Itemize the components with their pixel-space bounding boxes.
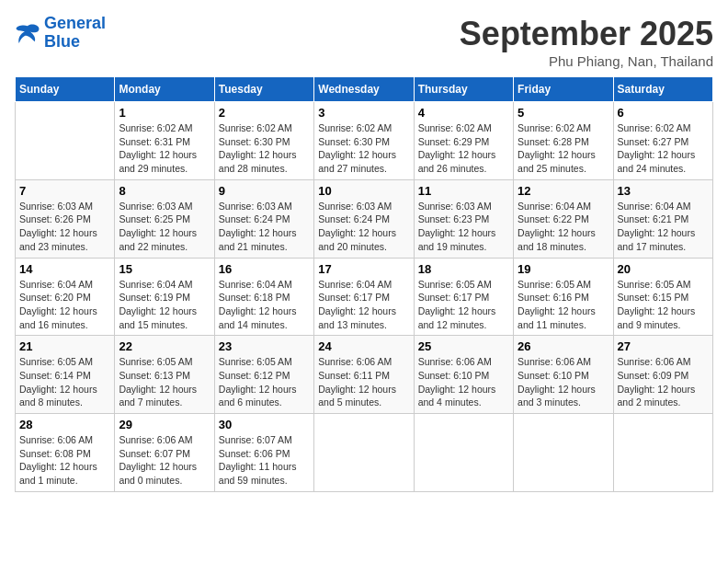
day-info: Sunrise: 6:03 AMSunset: 6:24 PMDaylight:… bbox=[318, 200, 409, 254]
day-number: 7 bbox=[19, 184, 110, 198]
header-cell-thursday: Thursday bbox=[414, 77, 513, 102]
day-info: Sunrise: 6:03 AMSunset: 6:23 PMDaylight:… bbox=[418, 200, 509, 254]
day-cell: 24Sunrise: 6:06 AMSunset: 6:11 PMDayligh… bbox=[314, 336, 414, 414]
day-cell bbox=[414, 414, 513, 492]
day-info: Sunrise: 6:04 AMSunset: 6:17 PMDaylight:… bbox=[318, 278, 409, 332]
day-info: Sunrise: 6:04 AMSunset: 6:22 PMDaylight:… bbox=[518, 200, 609, 254]
header-cell-monday: Monday bbox=[115, 77, 214, 102]
day-info: Sunrise: 6:05 AMSunset: 6:15 PMDaylight:… bbox=[618, 278, 709, 332]
day-info: Sunrise: 6:03 AMSunset: 6:26 PMDaylight:… bbox=[19, 200, 110, 254]
day-number: 11 bbox=[418, 184, 509, 198]
day-number: 22 bbox=[119, 339, 210, 353]
logo-icon bbox=[15, 23, 40, 43]
day-number: 5 bbox=[518, 106, 609, 120]
day-cell: 25Sunrise: 6:06 AMSunset: 6:10 PMDayligh… bbox=[414, 336, 513, 414]
day-cell bbox=[16, 102, 115, 180]
day-info: Sunrise: 6:06 AMSunset: 6:09 PMDaylight:… bbox=[618, 355, 709, 409]
day-cell: 10Sunrise: 6:03 AMSunset: 6:24 PMDayligh… bbox=[314, 179, 414, 258]
day-number: 16 bbox=[219, 262, 310, 276]
day-number: 20 bbox=[618, 262, 709, 276]
day-number: 2 bbox=[219, 106, 310, 120]
day-cell: 20Sunrise: 6:05 AMSunset: 6:15 PMDayligh… bbox=[613, 258, 712, 336]
day-cell: 11Sunrise: 6:03 AMSunset: 6:23 PMDayligh… bbox=[414, 179, 513, 258]
day-cell bbox=[613, 414, 712, 492]
logo: General Blue bbox=[15, 15, 106, 52]
day-cell: 21Sunrise: 6:05 AMSunset: 6:14 PMDayligh… bbox=[16, 336, 115, 414]
day-number: 18 bbox=[418, 262, 509, 276]
week-row-5: 28Sunrise: 6:06 AMSunset: 6:08 PMDayligh… bbox=[16, 414, 713, 492]
day-cell: 5Sunrise: 6:02 AMSunset: 6:28 PMDaylight… bbox=[514, 102, 613, 180]
day-number: 6 bbox=[618, 106, 709, 120]
month-title: September 2025 bbox=[460, 15, 713, 53]
day-cell: 2Sunrise: 6:02 AMSunset: 6:30 PMDaylight… bbox=[214, 102, 313, 180]
day-cell: 8Sunrise: 6:03 AMSunset: 6:25 PMDaylight… bbox=[115, 179, 214, 258]
day-info: Sunrise: 6:05 AMSunset: 6:17 PMDaylight:… bbox=[418, 278, 509, 332]
day-info: Sunrise: 6:04 AMSunset: 6:18 PMDaylight:… bbox=[219, 278, 310, 332]
day-cell: 15Sunrise: 6:04 AMSunset: 6:19 PMDayligh… bbox=[115, 258, 214, 336]
week-row-3: 14Sunrise: 6:04 AMSunset: 6:20 PMDayligh… bbox=[16, 258, 713, 336]
day-number: 4 bbox=[418, 106, 509, 120]
day-number: 29 bbox=[119, 418, 210, 431]
day-info: Sunrise: 6:03 AMSunset: 6:24 PMDaylight:… bbox=[219, 200, 310, 254]
day-cell bbox=[514, 414, 613, 492]
location: Phu Phiang, Nan, Thailand bbox=[460, 53, 713, 69]
header-cell-saturday: Saturday bbox=[613, 77, 712, 102]
day-cell: 22Sunrise: 6:05 AMSunset: 6:13 PMDayligh… bbox=[115, 336, 214, 414]
day-cell: 12Sunrise: 6:04 AMSunset: 6:22 PMDayligh… bbox=[514, 179, 613, 258]
day-cell: 1Sunrise: 6:02 AMSunset: 6:31 PMDaylight… bbox=[115, 102, 214, 180]
logo-text: General Blue bbox=[44, 15, 106, 52]
calendar-header: SundayMondayTuesdayWednesdayThursdayFrid… bbox=[16, 77, 713, 102]
day-info: Sunrise: 6:05 AMSunset: 6:13 PMDaylight:… bbox=[119, 355, 210, 409]
day-number: 10 bbox=[318, 184, 409, 198]
day-number: 9 bbox=[219, 184, 310, 198]
day-info: Sunrise: 6:02 AMSunset: 6:27 PMDaylight:… bbox=[618, 121, 709, 176]
day-cell: 6Sunrise: 6:02 AMSunset: 6:27 PMDaylight… bbox=[613, 102, 712, 180]
day-cell: 28Sunrise: 6:06 AMSunset: 6:08 PMDayligh… bbox=[16, 414, 115, 492]
day-info: Sunrise: 6:06 AMSunset: 6:11 PMDaylight:… bbox=[318, 355, 409, 409]
day-info: Sunrise: 6:02 AMSunset: 6:31 PMDaylight:… bbox=[119, 121, 210, 176]
day-cell: 16Sunrise: 6:04 AMSunset: 6:18 PMDayligh… bbox=[214, 258, 313, 336]
day-info: Sunrise: 6:04 AMSunset: 6:19 PMDaylight:… bbox=[119, 278, 210, 332]
day-cell: 29Sunrise: 6:06 AMSunset: 6:07 PMDayligh… bbox=[115, 414, 214, 492]
day-cell: 19Sunrise: 6:05 AMSunset: 6:16 PMDayligh… bbox=[514, 258, 613, 336]
day-number: 3 bbox=[318, 106, 409, 120]
day-number: 21 bbox=[19, 339, 110, 353]
day-info: Sunrise: 6:07 AMSunset: 6:06 PMDaylight:… bbox=[219, 433, 310, 488]
day-cell: 18Sunrise: 6:05 AMSunset: 6:17 PMDayligh… bbox=[414, 258, 513, 336]
day-cell: 23Sunrise: 6:05 AMSunset: 6:12 PMDayligh… bbox=[214, 336, 313, 414]
day-cell: 13Sunrise: 6:04 AMSunset: 6:21 PMDayligh… bbox=[613, 179, 712, 258]
day-info: Sunrise: 6:05 AMSunset: 6:12 PMDaylight:… bbox=[219, 355, 310, 409]
day-number: 30 bbox=[219, 418, 310, 431]
title-block: September 2025 Phu Phiang, Nan, Thailand bbox=[460, 15, 713, 69]
day-info: Sunrise: 6:05 AMSunset: 6:16 PMDaylight:… bbox=[518, 278, 609, 332]
day-cell: 3Sunrise: 6:02 AMSunset: 6:30 PMDaylight… bbox=[314, 102, 414, 180]
day-cell: 27Sunrise: 6:06 AMSunset: 6:09 PMDayligh… bbox=[613, 336, 712, 414]
day-number: 15 bbox=[119, 262, 210, 276]
day-number: 13 bbox=[618, 184, 709, 198]
day-number: 19 bbox=[518, 262, 609, 276]
day-number: 25 bbox=[418, 339, 509, 353]
week-row-4: 21Sunrise: 6:05 AMSunset: 6:14 PMDayligh… bbox=[16, 336, 713, 414]
day-info: Sunrise: 6:06 AMSunset: 6:10 PMDaylight:… bbox=[518, 355, 609, 409]
week-row-1: 1Sunrise: 6:02 AMSunset: 6:31 PMDaylight… bbox=[16, 102, 713, 180]
day-number: 8 bbox=[119, 184, 210, 198]
day-cell: 26Sunrise: 6:06 AMSunset: 6:10 PMDayligh… bbox=[514, 336, 613, 414]
day-info: Sunrise: 6:06 AMSunset: 6:08 PMDaylight:… bbox=[19, 433, 110, 488]
day-info: Sunrise: 6:06 AMSunset: 6:10 PMDaylight:… bbox=[418, 355, 509, 409]
day-number: 17 bbox=[318, 262, 409, 276]
day-info: Sunrise: 6:03 AMSunset: 6:25 PMDaylight:… bbox=[119, 200, 210, 254]
week-row-2: 7Sunrise: 6:03 AMSunset: 6:26 PMDaylight… bbox=[16, 179, 713, 258]
header-cell-tuesday: Tuesday bbox=[214, 77, 313, 102]
header-cell-sunday: Sunday bbox=[16, 77, 115, 102]
day-number: 23 bbox=[219, 339, 310, 353]
day-cell: 7Sunrise: 6:03 AMSunset: 6:26 PMDaylight… bbox=[16, 179, 115, 258]
day-number: 28 bbox=[19, 418, 110, 431]
header-cell-wednesday: Wednesday bbox=[314, 77, 414, 102]
day-info: Sunrise: 6:04 AMSunset: 6:21 PMDaylight:… bbox=[618, 200, 709, 254]
calendar-table: SundayMondayTuesdayWednesdayThursdayFrid… bbox=[15, 76, 713, 492]
day-number: 14 bbox=[19, 262, 110, 276]
header-cell-friday: Friday bbox=[514, 77, 613, 102]
day-number: 27 bbox=[618, 339, 709, 353]
day-number: 26 bbox=[518, 339, 609, 353]
day-info: Sunrise: 6:02 AMSunset: 6:28 PMDaylight:… bbox=[518, 121, 609, 176]
